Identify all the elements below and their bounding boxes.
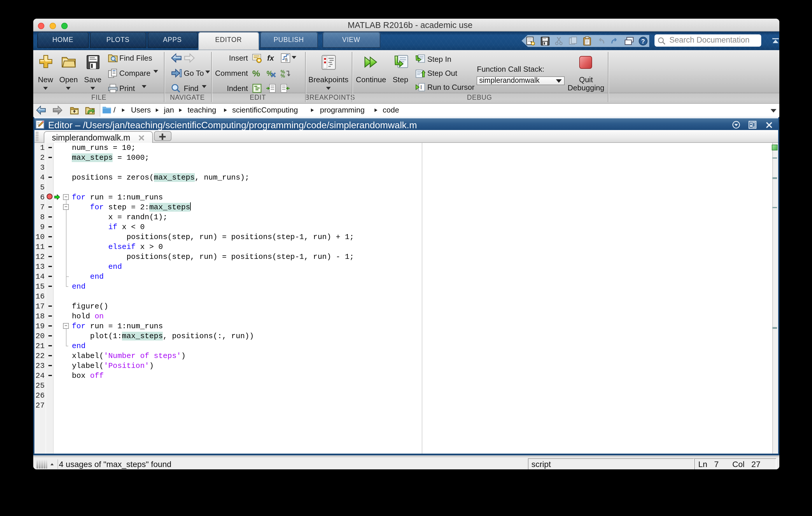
svg-text:%: % [280,73,285,78]
svg-text:?: ? [641,37,645,44]
svg-text:fx: fx [267,54,274,62]
svg-text:fi: fi [285,57,287,62]
svg-text:I: I [420,84,422,90]
svg-text:%: % [252,68,260,78]
